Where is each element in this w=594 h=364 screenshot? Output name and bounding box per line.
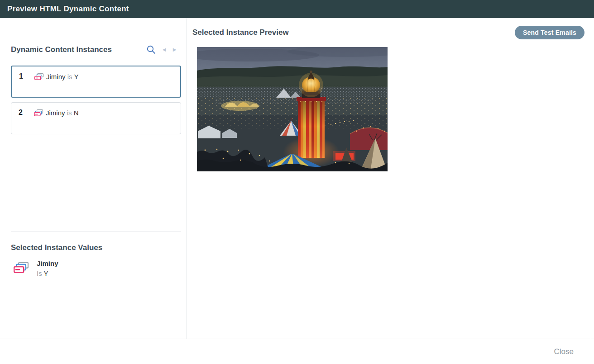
selected-value-operator: Is xyxy=(37,269,42,277)
instance-operator: is xyxy=(67,109,72,117)
right-edge-divider xyxy=(591,18,591,364)
instances-panel-controls: ◄ ► xyxy=(146,44,177,55)
instance-number: 2 xyxy=(19,109,34,117)
selected-value-name: Jiminy xyxy=(37,260,58,267)
dynamic-content-icon xyxy=(14,262,29,277)
instance-attribute: Jiminy xyxy=(46,73,66,80)
email-preview-image xyxy=(197,47,388,171)
selected-value-row: Jiminy Is Y xyxy=(14,260,58,277)
panel-divider xyxy=(11,232,181,232)
instance-attribute: Jiminy xyxy=(46,109,65,117)
instance-operator: is xyxy=(67,73,72,80)
instance-value: Y xyxy=(74,73,78,80)
selected-values-title: Selected Instance Values xyxy=(11,243,102,252)
dynamic-content-icon xyxy=(34,109,43,118)
instances-panel-header: Dynamic Content Instances ◄ ► xyxy=(11,44,177,55)
instance-value: N xyxy=(74,109,79,117)
instance-rule: Jiminy is Y xyxy=(46,73,78,80)
instance-card-1[interactable]: 1 Jiminy is Y xyxy=(11,66,181,98)
preview-panel-title: Selected Instance Preview xyxy=(192,28,289,37)
selected-value-condition: Is Y xyxy=(37,269,58,277)
send-test-emails-button[interactable]: Send Test Emails xyxy=(515,26,584,39)
selected-value-text: Jiminy Is Y xyxy=(37,260,58,277)
previous-instance-arrow-icon[interactable]: ◄ xyxy=(161,44,167,55)
close-button[interactable]: Close xyxy=(554,347,574,356)
modal-title: Preview HTML Dynamic Content xyxy=(7,5,129,14)
instance-card-2[interactable]: 2 Jiminy is N xyxy=(11,102,181,134)
dynamic-content-icon xyxy=(34,73,44,82)
search-icon[interactable] xyxy=(146,44,157,55)
preview-dynamic-content-modal: Preview HTML Dynamic Content Dynamic Con… xyxy=(0,0,594,364)
selected-value-value: Y xyxy=(44,269,48,277)
modal-titlebar: Preview HTML Dynamic Content xyxy=(0,0,594,18)
modal-footer: Close xyxy=(0,339,594,364)
next-instance-arrow-icon[interactable]: ► xyxy=(172,44,177,55)
instance-rule: Jiminy is N xyxy=(46,109,79,117)
instance-number: 1 xyxy=(19,72,34,80)
instances-panel-title: Dynamic Content Instances xyxy=(11,45,146,54)
instances-panel: Dynamic Content Instances ◄ ► 1 xyxy=(0,18,187,339)
